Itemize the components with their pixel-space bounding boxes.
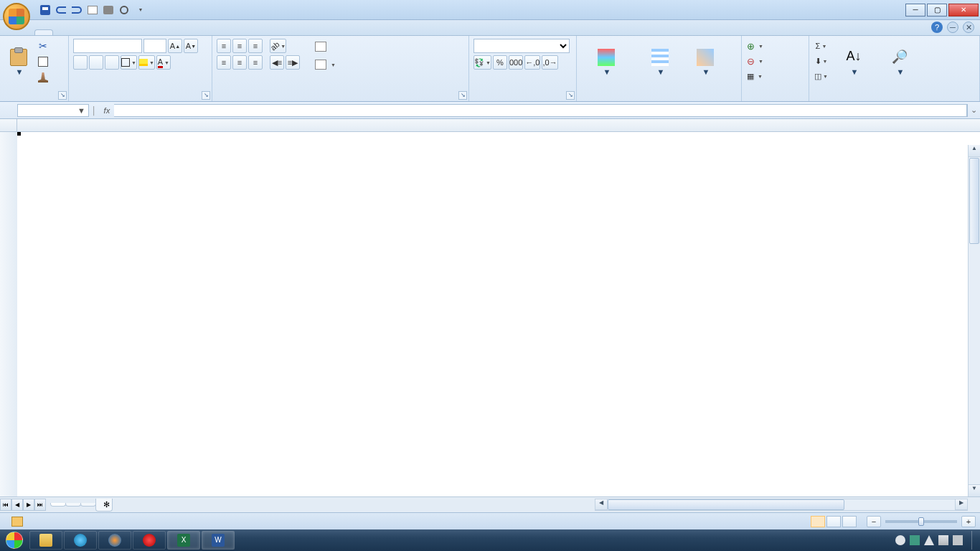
align-right-button[interactable]: ≡ (248, 55, 263, 70)
taskbar-excel[interactable]: X (167, 531, 200, 550)
autosum-button[interactable]: Σ▼ (814, 39, 829, 53)
sheet-tab-1[interactable] (50, 503, 66, 507)
tab-view[interactable] (146, 29, 165, 35)
format-as-table-button[interactable]: ▼ (634, 39, 686, 86)
clear-button[interactable]: ◫▼ (814, 69, 829, 83)
insert-function-button[interactable]: fx (100, 104, 114, 117)
qat-print[interactable] (102, 4, 115, 17)
align-middle-button[interactable]: ≡ (232, 39, 247, 53)
cells-area[interactable] (17, 132, 980, 496)
qat-customize[interactable]: ▼ (133, 4, 146, 17)
font-color-button[interactable]: A▼ (156, 55, 171, 70)
decrease-indent-button[interactable]: ◀≡ (270, 55, 284, 70)
normal-view-button[interactable] (811, 516, 825, 527)
insert-sheet-button[interactable]: ✻ (95, 499, 113, 512)
show-desktop-button[interactable] (971, 531, 977, 550)
format-cells-button[interactable]: ▦▼ (746, 69, 809, 83)
taskbar-word[interactable]: W (202, 531, 235, 550)
vertical-scrollbar[interactable]: ▲ ▼ (968, 145, 980, 496)
tray-hidden-icons[interactable] (895, 535, 905, 545)
tray-antivirus-icon[interactable] (910, 535, 920, 545)
italic-button[interactable] (89, 55, 103, 70)
increase-decimal-button[interactable]: ←,0 (524, 55, 540, 70)
fill-color-button[interactable]: ▼ (138, 55, 155, 70)
close-workbook-button[interactable]: ✕ (963, 22, 974, 33)
formula-input[interactable] (114, 104, 967, 117)
expand-formula-bar[interactable]: ⌄ (967, 104, 980, 117)
tab-data[interactable] (109, 29, 128, 35)
wrap-text-button[interactable] (311, 39, 455, 55)
format-painter-button[interactable] (36, 70, 50, 85)
borders-button[interactable]: ▼ (121, 55, 137, 70)
sheet-nav-first[interactable]: ⏮ (0, 499, 11, 511)
zoom-slider-thumb[interactable] (918, 517, 924, 526)
sheet-tab-2[interactable] (65, 503, 81, 507)
copy-button[interactable] (36, 55, 50, 69)
cut-button[interactable]: ✂ (36, 39, 50, 53)
office-button[interactable] (3, 3, 30, 30)
font-size-combo[interactable] (143, 39, 166, 53)
macro-recording-icon[interactable] (11, 517, 23, 527)
page-layout-view-button[interactable] (826, 516, 841, 527)
qat-preview[interactable] (118, 4, 131, 17)
underline-button[interactable] (105, 55, 119, 70)
increase-indent-button[interactable]: ≡▶ (286, 55, 300, 70)
tab-formulas[interactable] (90, 29, 109, 35)
alignment-dialog-launcher[interactable]: ↘ (458, 91, 467, 100)
tab-insert[interactable] (53, 29, 72, 35)
align-top-button[interactable]: ≡ (217, 39, 231, 53)
number-dialog-launcher[interactable]: ↘ (566, 91, 575, 100)
name-box[interactable]: ▼ (17, 104, 89, 117)
sheet-nav-prev[interactable]: ◀ (11, 499, 23, 511)
maximize-button[interactable]: ▢ (927, 4, 947, 17)
find-select-button[interactable]: 🔎 ▼ (879, 39, 920, 86)
merge-center-button[interactable]: ▼ (311, 57, 469, 72)
qat-save[interactable] (39, 4, 52, 17)
close-button[interactable]: ✕ (948, 4, 979, 17)
taskbar-opera[interactable] (133, 531, 166, 550)
scroll-right-button[interactable]: ▶ (955, 499, 967, 510)
conditional-formatting-button[interactable]: ▼ (581, 39, 631, 86)
fill-button[interactable]: ⬇▼ (814, 54, 829, 68)
minimize-ribbon-button[interactable]: ─ (947, 22, 958, 33)
zoom-in-button[interactable]: + (961, 516, 976, 527)
align-center-button[interactable]: ≡ (232, 55, 247, 70)
increase-font-button[interactable]: A▲ (168, 39, 182, 53)
taskbar-ie[interactable] (64, 531, 97, 550)
zoom-slider[interactable] (885, 520, 957, 523)
zoom-out-button[interactable]: − (867, 516, 881, 527)
clipboard-dialog-launcher[interactable]: ↘ (58, 91, 67, 100)
help-button[interactable]: ? (931, 22, 943, 33)
orientation-button[interactable]: ab▼ (270, 39, 286, 53)
page-break-view-button[interactable] (842, 516, 857, 527)
decrease-decimal-button[interactable]: ,0→ (542, 55, 557, 70)
scroll-up-button[interactable]: ▲ (969, 145, 980, 157)
tab-developer[interactable] (165, 29, 184, 35)
tray-volume-icon[interactable] (953, 535, 963, 545)
sheet-nav-last[interactable]: ⏭ (34, 499, 46, 511)
scroll-left-button[interactable]: ◀ (595, 499, 608, 510)
qat-redo[interactable] (70, 4, 83, 17)
qat-quickprint[interactable] (86, 4, 99, 17)
comma-button[interactable]: 000 (509, 55, 523, 70)
vscroll-thumb[interactable] (969, 158, 979, 244)
sheet-tab-3[interactable] (80, 503, 96, 507)
tab-home[interactable] (34, 29, 53, 35)
qat-undo[interactable] (55, 4, 67, 17)
font-dialog-launcher[interactable]: ↘ (202, 91, 210, 100)
minimize-button[interactable]: ─ (905, 4, 925, 17)
tray-flag-icon[interactable] (924, 535, 934, 545)
cell-styles-button[interactable]: ▼ (689, 39, 722, 86)
insert-cells-button[interactable]: ⊕▼ (746, 39, 809, 53)
align-left-button[interactable]: ≡ (217, 55, 231, 70)
scroll-down-button[interactable]: ▼ (969, 484, 980, 496)
tray-network-icon[interactable] (938, 535, 948, 545)
paste-button[interactable]: ▼ (4, 39, 33, 86)
decrease-font-button[interactable]: A▼ (184, 39, 198, 53)
bold-button[interactable] (73, 55, 88, 70)
horizontal-scrollbar[interactable]: ◀ ▶ (595, 499, 968, 511)
sheet-nav-next[interactable]: ▶ (23, 499, 34, 511)
sort-filter-button[interactable]: A↓ ▼ (831, 39, 876, 86)
fill-handle[interactable] (17, 132, 21, 136)
currency-button[interactable]: 💱▼ (473, 55, 491, 70)
